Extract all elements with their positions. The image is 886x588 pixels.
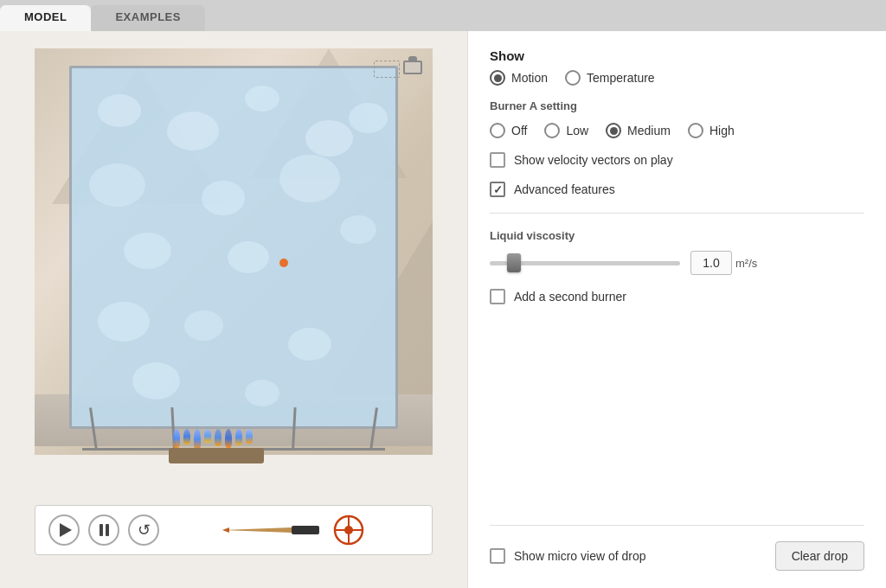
micro-view-label: Show micro view of drop — [514, 549, 646, 563]
viscosity-section: Liquid viscosity 1.0 m²/s — [490, 229, 864, 275]
radio-circle-temperature — [565, 70, 581, 86]
radio-label-motion: Motion — [511, 71, 548, 85]
radio-label-high: High — [709, 124, 735, 137]
radio-dot-motion — [494, 74, 502, 82]
bubble — [305, 120, 353, 157]
svg-marker-2 — [222, 527, 229, 533]
radio-circle-off — [490, 123, 505, 138]
burner-base — [169, 448, 264, 463]
show-section: Show Motion Temperature — [490, 48, 864, 86]
bubble — [98, 302, 150, 342]
radio-dot-medium — [610, 127, 618, 135]
radio-label-off: Off — [511, 124, 527, 137]
play-icon — [60, 523, 72, 537]
bubble — [132, 362, 180, 399]
leg — [89, 407, 98, 451]
micro-view-checkbox[interactable]: Show micro view of drop — [490, 548, 646, 564]
advanced-features-checkbox[interactable]: ✓ Advanced features — [490, 182, 864, 197]
camera-frame — [374, 61, 400, 78]
simulation-canvas — [35, 48, 433, 498]
controls-bar: ↺ — [35, 505, 433, 555]
eyedropper-icon[interactable] — [222, 521, 326, 539]
tab-bar: MODEL EXAMPLES — [0, 0, 886, 31]
pause-icon — [100, 524, 109, 536]
reset-button[interactable]: ↺ — [128, 514, 159, 546]
play-button[interactable] — [48, 514, 80, 546]
bubble — [288, 328, 331, 361]
leg — [292, 407, 297, 451]
radio-burner-high[interactable]: High — [688, 123, 735, 138]
tab-examples[interactable]: EXAMPLES — [91, 5, 205, 31]
bottom-row: Show micro view of drop Clear drop — [490, 541, 864, 571]
viscosity-slider[interactable] — [490, 261, 680, 265]
bubble — [89, 163, 145, 207]
tab-model[interactable]: MODEL — [0, 5, 91, 31]
target-icon[interactable] — [333, 514, 364, 546]
pause-bar-2 — [106, 524, 109, 536]
burner-a-radio-group: Off Low Medium High — [490, 123, 864, 138]
tank — [69, 66, 398, 429]
radio-label-temperature: Temperature — [587, 71, 655, 85]
right-panel: Show Motion Temperature Burner A setting — [467, 31, 886, 588]
radio-circle-medium — [606, 123, 621, 138]
burner-flames — [173, 429, 253, 450]
reset-icon: ↺ — [138, 521, 151, 540]
radio-burner-low[interactable]: Low — [544, 123, 588, 138]
bubble — [349, 103, 388, 133]
radio-motion[interactable]: Motion — [490, 70, 548, 86]
bubble — [245, 86, 279, 112]
pause-button[interactable] — [88, 514, 119, 546]
bubble — [98, 94, 141, 127]
svg-marker-0 — [222, 527, 292, 533]
divider-2 — [490, 525, 864, 526]
second-burner-box — [490, 289, 505, 304]
radio-label-medium: Medium — [627, 124, 671, 137]
radio-label-low: Low — [566, 124, 588, 137]
camera-icon[interactable] — [403, 61, 422, 74]
checkmark-icon: ✓ — [493, 183, 503, 196]
divider-1 — [490, 213, 864, 214]
radio-burner-medium[interactable]: Medium — [606, 123, 671, 138]
simulation-panel: ↺ — [0, 31, 467, 588]
second-burner-label: Add a second burner — [514, 290, 626, 304]
velocity-vectors-checkbox[interactable]: Show velocity vectors on play — [490, 152, 864, 168]
advanced-features-box: ✓ — [490, 182, 505, 197]
bubble — [340, 215, 376, 244]
bubble — [245, 380, 279, 406]
burner-a-section: Burner A setting Off Low Medium — [490, 99, 864, 138]
second-burner-checkbox[interactable]: Add a second burner — [490, 289, 864, 304]
bubble — [167, 112, 219, 150]
svg-point-6 — [344, 526, 353, 534]
radio-circle-high — [688, 123, 703, 138]
leg — [369, 407, 378, 451]
bubble — [228, 241, 269, 273]
micro-view-box — [490, 548, 505, 564]
show-title: Show — [490, 48, 864, 63]
velocity-vectors-box — [490, 152, 505, 168]
radio-burner-off[interactable]: Off — [490, 123, 527, 138]
viscosity-unit: m²/s — [735, 257, 757, 270]
svg-rect-1 — [292, 526, 319, 534]
bubble — [184, 310, 223, 341]
bubble — [279, 155, 340, 202]
viscosity-title: Liquid viscosity — [490, 229, 864, 242]
velocity-vectors-label: Show velocity vectors on play — [514, 153, 673, 167]
radio-temperature[interactable]: Temperature — [565, 70, 655, 86]
orange-dot — [279, 259, 288, 267]
radio-circle-motion — [490, 70, 505, 86]
eyedropper-area — [168, 514, 419, 546]
clear-drop-button[interactable]: Clear drop — [775, 541, 864, 571]
radio-circle-low — [544, 123, 560, 138]
viscosity-slider-row: 1.0 m²/s — [490, 251, 864, 275]
viscosity-value: 1.0 — [690, 251, 732, 275]
burner-a-title: Burner A setting — [490, 99, 864, 112]
advanced-features-label: Advanced features — [514, 182, 615, 196]
pause-bar-1 — [100, 524, 103, 536]
show-radio-group: Motion Temperature — [490, 70, 864, 86]
spacer — [490, 318, 864, 509]
main-content: ↺ — [0, 31, 886, 588]
bubble — [202, 181, 245, 215]
bubble — [124, 233, 171, 269]
